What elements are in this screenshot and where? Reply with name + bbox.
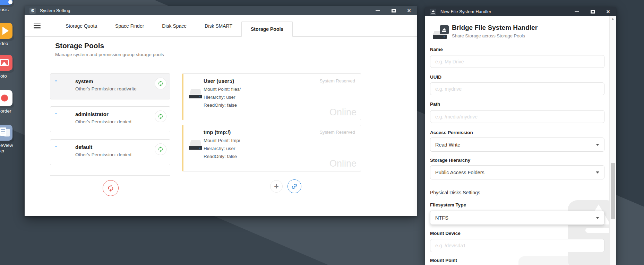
play-glyph [2, 27, 9, 35]
refresh-icon [157, 80, 164, 87]
minimize-button[interactable] [375, 8, 380, 13]
storage-pools-panel: Storage Pools Manage system and permissi… [25, 37, 417, 216]
bridge-handler-icon [433, 25, 449, 40]
chevron-down-icon [596, 144, 599, 146]
scrollbar[interactable]: ▲ [609, 16, 616, 265]
fileviewer-app-label: eView [0, 143, 13, 148]
page-title: Storage Pools [55, 42, 104, 50]
scroll-up-icon[interactable]: ▲ [610, 17, 616, 20]
storage-hierarchy-value: Public Access Folders [435, 170, 484, 175]
new-file-system-handler-window: New File System Handler × Bridge File Sy… [425, 7, 616, 265]
system-setting-titlebar[interactable]: ⚙ System Setting × [25, 6, 417, 15]
handler-titlebar[interactable]: New File System Handler × [425, 7, 616, 16]
filesystem-type-label: Filesystem Type [430, 202, 466, 207]
maximize-button[interactable] [391, 8, 396, 13]
document-glyph [0, 127, 6, 136]
storage-hierarchy-label: Storage Hierarchy [430, 158, 470, 163]
system-reserved-badge: System Reserved [319, 130, 355, 135]
refresh-icon [107, 184, 114, 192]
volume-hierarchy: Hierarchy: user [204, 146, 235, 151]
volume-readonly: ReadOnly: false [204, 103, 237, 108]
uuid-input[interactable] [430, 82, 604, 95]
desktop: usic deo oto order eView er ⚙ System Set… [0, 0, 644, 265]
name-input[interactable] [430, 55, 604, 68]
pool-item-administrator[interactable]: administrator Other's Permission: denied [50, 106, 170, 132]
photo-app-icon[interactable] [0, 55, 12, 71]
recorder-app-icon[interactable] [0, 90, 12, 106]
eject-drive-icon [430, 9, 436, 15]
handler-header-title: Bridge File System Handler [452, 24, 538, 32]
handler-header-subtitle: Share Storage across Storage Pools [452, 33, 525, 38]
hard-drive-icon [189, 140, 202, 150]
fileviewer-app-label-2: er [0, 148, 5, 153]
video-app-label: deo [0, 41, 8, 46]
name-label: Name [430, 47, 443, 52]
online-status-watermark: Online [329, 107, 357, 118]
handler-form: Bridge File System Handler Share Storage… [425, 16, 616, 265]
divider [50, 175, 170, 176]
pool-list: system Other's Permission: readwrite adm… [50, 73, 170, 172]
link-volume-button[interactable] [287, 179, 301, 193]
access-permission-label: Access Permission [430, 130, 473, 135]
refresh-pool-button[interactable] [155, 143, 166, 155]
pool-permission: Other's Permission: denied [75, 152, 131, 157]
desktop-icons: usic deo oto order eView er [0, 0, 18, 265]
refresh-pool-button[interactable] [155, 111, 166, 122]
pool-item-default[interactable]: default Other's Permission: denied [50, 139, 170, 165]
music-glyph [8, 0, 12, 4]
path-input[interactable] [430, 110, 604, 123]
pool-permission: Other's Permission: denied [75, 119, 131, 124]
chevron-down-icon [596, 217, 599, 219]
uuid-label: UUID [430, 74, 441, 80]
music-app-icon[interactable] [0, 0, 12, 5]
plus-icon: + [274, 183, 278, 191]
add-volume-button[interactable]: + [270, 180, 283, 193]
column-divider [177, 73, 177, 195]
pool-item-system[interactable]: system Other's Permission: readwrite [50, 73, 170, 99]
storage-hierarchy-select[interactable]: Public Access Folders [430, 165, 604, 179]
volume-readonly: ReadOnly: false [204, 154, 237, 159]
volume-title: tmp (tmp:/) [204, 129, 231, 135]
access-permission-value: Read Write [435, 142, 460, 148]
volume-hierarchy: Hierarchy: user [204, 95, 235, 100]
refresh-icon [157, 113, 164, 120]
page-subtitle: Manage system and permission group stora… [55, 52, 164, 57]
gear-icon: ⚙ [29, 8, 36, 14]
refresh-pool-button[interactable] [155, 78, 166, 89]
volume-mount-point: Mount Point: tmp/ [204, 138, 240, 143]
record-glyph [1, 95, 8, 101]
system-reserved-badge: System Reserved [319, 78, 355, 83]
system-setting-window-title: System Setting [40, 8, 70, 13]
pool-name: default [75, 144, 92, 150]
close-button[interactable]: × [406, 8, 412, 13]
volume-card-tmp[interactable]: tmp (tmp:/) Mount Point: tmp/ Hierarchy:… [182, 125, 361, 171]
refresh-all-pools-button[interactable] [103, 180, 119, 196]
mount-device-label: Mount Device [430, 231, 461, 236]
photo-glyph [0, 59, 9, 66]
close-button[interactable]: × [606, 9, 611, 14]
scrollbar-thumb[interactable] [611, 163, 615, 219]
volume-card-user[interactable]: User (user:/) Mount Point: files/ Hierar… [182, 73, 361, 120]
filesystem-type-select[interactable]: NTFS [430, 211, 604, 225]
fileviewer-app-icon[interactable] [0, 125, 12, 141]
access-permission-select[interactable]: Read Write [430, 138, 604, 152]
path-label: Path [430, 101, 440, 107]
minimize-button[interactable] [574, 9, 579, 14]
handler-window-title: New File System Handler [440, 9, 491, 14]
photo-app-label: oto [0, 73, 7, 79]
mount-point-label: Mount Point [430, 258, 457, 263]
maximize-button[interactable] [590, 9, 595, 14]
link-icon [290, 182, 299, 191]
mount-device-input[interactable] [430, 239, 604, 252]
volume-title: User (user:/) [204, 78, 234, 84]
tab-space-finder[interactable]: Space Finder [106, 23, 153, 29]
volume-list: User (user:/) Mount Point: files/ Hierar… [182, 73, 361, 176]
tab-storage-quota[interactable]: Storage Quota [57, 23, 106, 29]
refresh-icon [157, 146, 164, 152]
tab-disk-smart[interactable]: Disk SMART [196, 23, 241, 29]
volume-mount-point: Mount Point: files/ [204, 87, 241, 92]
menu-icon[interactable] [34, 24, 41, 28]
tab-disk-space[interactable]: Disk Space [153, 23, 196, 29]
tab-storage-pools[interactable]: Storage Pools [241, 21, 293, 37]
video-app-icon[interactable] [0, 23, 12, 39]
